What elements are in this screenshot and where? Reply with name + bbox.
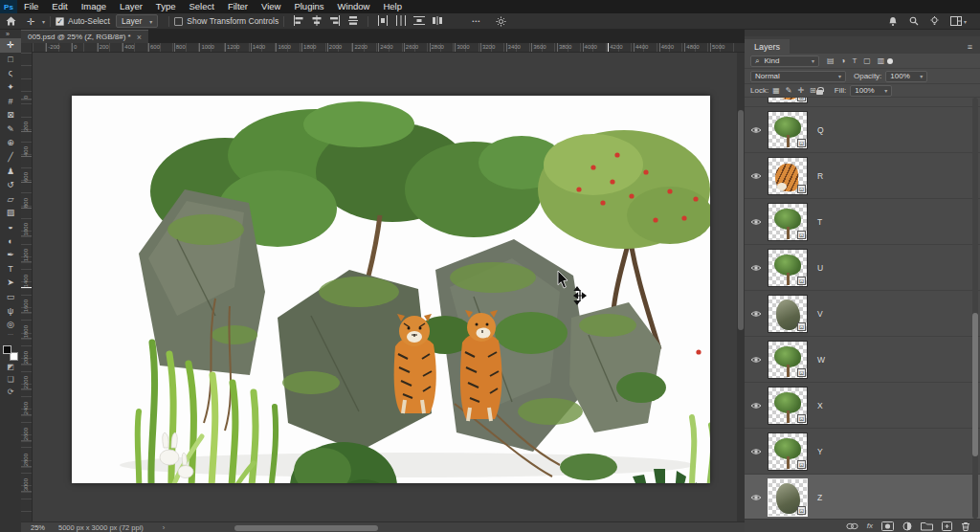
layer-thumbnail[interactable]: ⊡: [768, 249, 808, 287]
layer-thumbnail[interactable]: ⊡: [768, 341, 808, 379]
home-icon[interactable]: [0, 13, 21, 30]
lock-position-icon[interactable]: ✛: [797, 86, 804, 95]
discover-bulb-icon[interactable]: [930, 16, 939, 27]
layer-name[interactable]: Q: [817, 125, 824, 135]
layer-visibility-eye-icon[interactable]: [745, 448, 768, 455]
notifications-bell-icon[interactable]: [888, 16, 898, 27]
type-tool[interactable]: T: [0, 262, 21, 277]
document-tab[interactable]: 005.psd @ 25% (Z, RGB/8#) * ×: [21, 30, 148, 43]
lock-pixels-icon[interactable]: ✎: [786, 86, 792, 95]
menu-window[interactable]: Window: [331, 0, 377, 13]
layer-name[interactable]: W: [817, 355, 825, 365]
layer-name[interactable]: Z: [817, 493, 822, 502]
tab-layers[interactable]: Layers: [745, 39, 790, 54]
close-tab-icon[interactable]: ×: [137, 33, 142, 42]
delete-layer-trash-icon[interactable]: [961, 521, 970, 531]
gear-icon[interactable]: [496, 13, 506, 30]
status-chevron-icon[interactable]: ›: [149, 523, 179, 532]
edit-toolbar-icon[interactable]: ···: [8, 331, 13, 341]
workspace-switcher-icon[interactable]: ▾: [950, 16, 967, 26]
layer-visibility-eye-icon[interactable]: [745, 126, 768, 134]
menu-select[interactable]: Select: [182, 0, 220, 13]
layer-visibility-eye-icon[interactable]: [745, 356, 768, 364]
distribute-left-icon[interactable]: [377, 12, 389, 30]
layer-thumbnail[interactable]: ⊡: [768, 203, 808, 241]
marquee-tool[interactable]: □: [0, 53, 21, 67]
share-icon[interactable]: ⟳: [0, 386, 21, 398]
align-center-h-icon[interactable]: [311, 12, 323, 30]
move-tool[interactable]: ✛: [0, 38, 21, 53]
align-middle-icon[interactable]: [347, 12, 359, 30]
filter-shape-icon[interactable]: ▢: [863, 56, 871, 65]
show-transform-checkbox[interactable]: [174, 17, 183, 26]
screen-mode-icon[interactable]: ❏: [0, 373, 21, 386]
align-left-icon[interactable]: [293, 12, 304, 30]
chevron-down-icon[interactable]: ▾: [42, 18, 45, 25]
layer-row-z[interactable]: ⊡Z: [745, 475, 980, 519]
horizontal-scrollbar[interactable]: [234, 525, 378, 531]
layer-name[interactable]: T: [817, 217, 822, 227]
menu-view[interactable]: View: [255, 0, 287, 13]
link-layers-icon[interactable]: [846, 522, 858, 530]
menu-image[interactable]: Image: [75, 0, 113, 13]
layer-name[interactable]: R: [817, 171, 823, 181]
add-mask-icon[interactable]: [881, 521, 894, 531]
crop-tool[interactable]: #: [0, 94, 21, 108]
menu-type[interactable]: Type: [149, 0, 183, 13]
menu-layer[interactable]: Layer: [113, 0, 149, 13]
lasso-tool[interactable]: ς: [0, 66, 21, 80]
filter-pixel-icon[interactable]: ▤: [827, 56, 835, 65]
layer-visibility-eye-icon[interactable]: [745, 264, 768, 272]
canvas[interactable]: [72, 96, 710, 483]
layer-thumbnail[interactable]: ⊡: [768, 111, 808, 149]
frame-tool[interactable]: ⊠: [0, 108, 21, 122]
clone-stamp-tool[interactable]: ♟: [0, 164, 21, 178]
lock-artboard-icon[interactable]: ⊞: [810, 86, 816, 95]
layer-row-t[interactable]: ⊡T: [745, 199, 980, 245]
auto-select-target-dropdown[interactable]: Layer▾: [116, 14, 158, 28]
layer-name[interactable]: X: [817, 401, 823, 410]
layer-thumbnail[interactable]: ⊡: [768, 387, 808, 425]
new-layer-icon[interactable]: [942, 521, 952, 531]
filter-kind-dropdown[interactable]: ⌕ Kind ▾: [750, 55, 819, 67]
layer-row-x[interactable]: ⊡X: [745, 383, 980, 429]
quick-mask-icon[interactable]: ◩: [0, 361, 21, 373]
eyedropper-tool[interactable]: ✎: [0, 122, 21, 137]
blend-mode-dropdown[interactable]: Normal▾: [750, 71, 846, 82]
eraser-tool[interactable]: ▱: [0, 192, 21, 207]
move-tool-icon[interactable]: ✛: [21, 13, 40, 30]
layer-visibility-eye-icon[interactable]: [745, 172, 768, 180]
opacity-dropdown[interactable]: 100%▾: [885, 71, 927, 82]
layer-row-u[interactable]: ⊡U: [745, 245, 980, 291]
layer-name[interactable]: Y: [817, 447, 823, 456]
healing-brush-tool[interactable]: ⊕: [0, 136, 21, 150]
layer-thumbnail[interactable]: ⊡: [768, 295, 808, 333]
new-group-folder-icon[interactable]: [921, 521, 933, 531]
zoom-level[interactable]: 25%: [21, 523, 53, 532]
zoom-tool[interactable]: ◎: [0, 318, 21, 332]
layer-visibility-eye-icon[interactable]: [745, 218, 768, 226]
panel-menu-icon[interactable]: ≡: [968, 42, 980, 54]
layer-visibility-eye-icon[interactable]: [745, 494, 768, 501]
gradient-tool[interactable]: ▨: [0, 206, 21, 220]
dodge-tool[interactable]: ◐: [0, 233, 21, 248]
layer-row-q[interactable]: ⊡Q: [745, 107, 980, 153]
hand-tool[interactable]: ψ: [0, 303, 21, 318]
align-right-icon[interactable]: [329, 12, 341, 30]
filter-smartobject-icon[interactable]: ▥: [878, 56, 885, 65]
filter-toggle-icon[interactable]: [887, 58, 893, 64]
menu-edit[interactable]: Edit: [45, 0, 74, 13]
pen-tool[interactable]: ✒: [0, 248, 21, 262]
layer-row-w[interactable]: ⊡W: [745, 337, 980, 383]
history-brush-tool[interactable]: ↺: [0, 178, 21, 192]
menu-help[interactable]: Help: [376, 0, 409, 13]
more-options-icon[interactable]: •••: [472, 13, 480, 30]
filter-adjustment-icon[interactable]: ◑: [841, 56, 846, 65]
layer-visibility-eye-icon[interactable]: [745, 402, 768, 410]
layer-row-r[interactable]: ⊡R: [745, 153, 980, 199]
distribute-top-icon[interactable]: [413, 12, 425, 30]
layers-scrollbar[interactable]: [972, 98, 978, 519]
layer-thumbnail[interactable]: ⊡: [768, 478, 808, 517]
layer-name[interactable]: V: [817, 309, 823, 319]
blur-tool[interactable]: ◒: [0, 220, 21, 234]
